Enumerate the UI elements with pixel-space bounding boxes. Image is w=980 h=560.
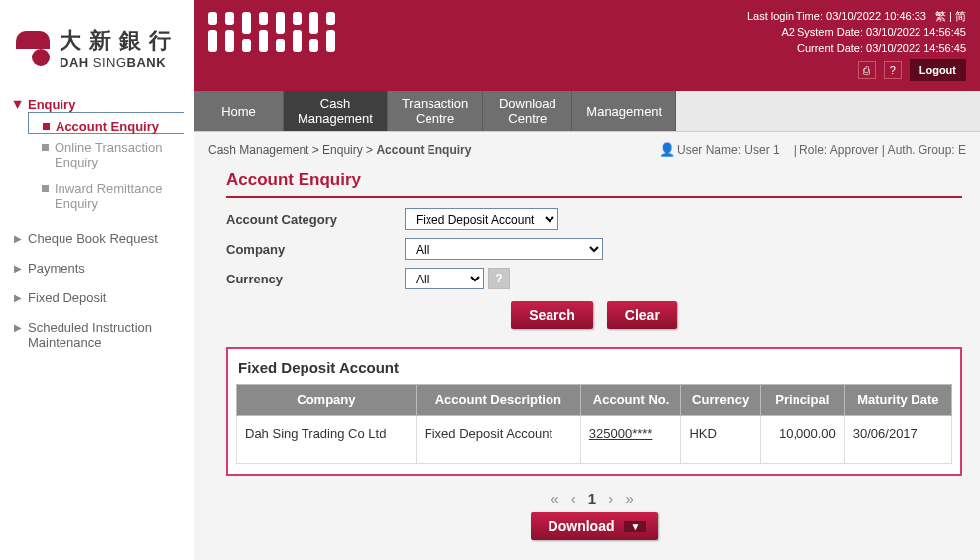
sidebar-sub-inward-remit[interactable]: Inward Remittance Enquiry <box>28 175 184 217</box>
currency-select[interactable]: All <box>405 268 484 289</box>
tab-label: Download <box>499 96 556 111</box>
results-highlight-box: Fixed Deposit Account Company Account De… <box>226 347 962 476</box>
breadcrumb: Cash Management > Enquiry > Account Enqu… <box>208 143 471 157</box>
account-category-select[interactable]: Fixed Deposit Account <box>405 208 558 230</box>
pager-next[interactable]: › <box>608 490 617 506</box>
sidebar-item-label: Scheduled Instruction Maintenance <box>28 320 184 350</box>
cell-currency: HKD <box>681 416 760 464</box>
pager-last[interactable]: » <box>626 490 638 506</box>
filter-form: Account Category Fixed Deposit Account C… <box>226 208 962 289</box>
currency-help-icon[interactable]: ? <box>488 268 510 289</box>
col-principal: Principal <box>760 385 844 416</box>
cell-account-link[interactable]: 325000**** <box>580 416 681 464</box>
tab-management[interactable]: Management <box>572 91 676 131</box>
tab-home[interactable]: Home <box>194 91 284 131</box>
header-brand-icon <box>208 8 347 57</box>
cell-company: Dah Sing Trading Co Ltd <box>237 416 417 464</box>
sidebar-nav: ▶ Enquiry Account Enquiry Online Transac… <box>12 90 184 357</box>
sidebar-item-label: Enquiry <box>28 97 75 112</box>
tab-label: Home <box>221 104 256 119</box>
col-description: Account Description <box>416 385 580 416</box>
user-info-bar: 👤 User Name: User 1 | Role: Approver | A… <box>659 142 966 157</box>
cell-maturity: 30/06/2017 <box>844 416 951 464</box>
sidebar-item-label: Cheque Book Request <box>28 231 158 246</box>
company-select[interactable]: All <box>405 238 603 260</box>
table-caption: Fixed Deposit Account <box>236 357 952 384</box>
pager-prev[interactable]: ‹ <box>571 490 580 506</box>
download-label: Download <box>549 518 615 534</box>
brand-logo: 大新銀行 DAH SINGBANK <box>12 10 184 90</box>
current-date-text: Current Date: 03/10/2022 14:56:45 <box>747 40 966 56</box>
sidebar-sub-label: Inward Remittance Enquiry <box>55 181 184 211</box>
caret-right-icon: ▶ <box>14 320 22 336</box>
bank-name-en: DAH SINGBANK <box>60 56 179 70</box>
caret-right-icon: ▶ <box>14 231 22 247</box>
col-company: Company <box>237 385 417 416</box>
logo-mark-icon <box>16 31 52 66</box>
tab-label: Management <box>586 104 662 119</box>
bullet-icon <box>42 144 49 151</box>
filter-label-category: Account Category <box>226 212 405 227</box>
logout-button[interactable]: Logout <box>910 59 966 81</box>
tab-transaction-centre[interactable]: Transaction Centre <box>388 91 483 131</box>
sidebar-sub-label: Online Transaction Enquiry <box>55 140 184 169</box>
accounts-table: Company Account Description Account No. … <box>236 384 952 464</box>
sidebar-item-payments[interactable]: ▶ Payments <box>12 254 184 283</box>
sidebar-item-label: Fixed Deposit <box>28 290 106 305</box>
caret-right-icon: ▶ <box>14 261 22 277</box>
tab-label: Management <box>298 111 373 126</box>
sidebar-item-fixed-deposit[interactable]: ▶ Fixed Deposit <box>12 283 184 313</box>
download-dropdown-icon[interactable]: ▼ <box>624 521 646 532</box>
tab-cash-management[interactable]: Cash Management <box>284 91 388 131</box>
search-button[interactable]: Search <box>511 301 593 329</box>
table-row: Dah Sing Trading Co Ltd Fixed Deposit Ac… <box>237 416 952 464</box>
col-maturity: Maturity Date <box>844 385 951 416</box>
sidebar-sub-online-txn[interactable]: Online Transaction Enquiry <box>28 134 184 175</box>
filter-label-company: Company <box>226 242 405 257</box>
help-icon[interactable]: ? <box>884 61 902 79</box>
sidebar-item-label: Payments <box>28 261 85 276</box>
tab-label: Transaction <box>402 96 468 111</box>
sidebar-sub-label: Account Enquiry <box>56 119 159 134</box>
last-login-text: Last login Time: 03/10/2022 10:46:33 <box>747 10 926 22</box>
bullet-icon <box>43 123 50 130</box>
clear-button[interactable]: Clear <box>607 301 677 329</box>
print-icon[interactable]: ⎙ <box>858 61 876 79</box>
lang-simp-link[interactable]: 简 <box>955 10 966 22</box>
filter-label-currency: Currency <box>226 272 405 286</box>
user-icon: 👤 <box>659 142 674 157</box>
pager: « ‹ 1 › » <box>226 490 962 506</box>
system-date-text: A2 System Date: 03/10/2022 14:56:45 <box>747 24 966 40</box>
sidebar-item-enquiry[interactable]: ▶ Enquiry Account Enquiry Online Transac… <box>12 90 184 224</box>
tab-label: Cash <box>320 96 350 111</box>
cell-principal: 10,000.00 <box>760 416 844 464</box>
sidebar-item-scheduled[interactable]: ▶ Scheduled Instruction Maintenance <box>12 313 184 357</box>
tab-label: Centre <box>416 111 454 126</box>
sidebar-sub-account-enquiry[interactable]: Account Enquiry <box>28 112 184 134</box>
download-button[interactable]: Download ▼ <box>531 512 659 540</box>
caret-down-icon: ▶ <box>10 101 26 109</box>
pager-first[interactable]: « <box>551 490 562 506</box>
page-title: Account Enquiry <box>226 165 962 198</box>
tab-download-centre[interactable]: Download Centre <box>483 91 572 131</box>
pager-current: 1 <box>588 490 600 506</box>
col-currency: Currency <box>681 385 760 416</box>
tab-label: Centre <box>508 111 547 126</box>
caret-right-icon: ▶ <box>14 290 22 306</box>
bullet-icon <box>42 185 49 192</box>
bank-name-cn: 大新銀行 <box>60 26 179 56</box>
lang-trad-link[interactable]: 繁 <box>935 10 946 22</box>
cell-description: Fixed Deposit Account <box>416 416 580 464</box>
top-nav: Home Cash Management Transaction Centre … <box>194 91 980 132</box>
col-account-no: Account No. <box>580 385 681 416</box>
sidebar-item-cheque[interactable]: ▶ Cheque Book Request <box>12 224 184 254</box>
header-bar: Last login Time: 03/10/2022 10:46:33 繁 |… <box>194 0 980 91</box>
